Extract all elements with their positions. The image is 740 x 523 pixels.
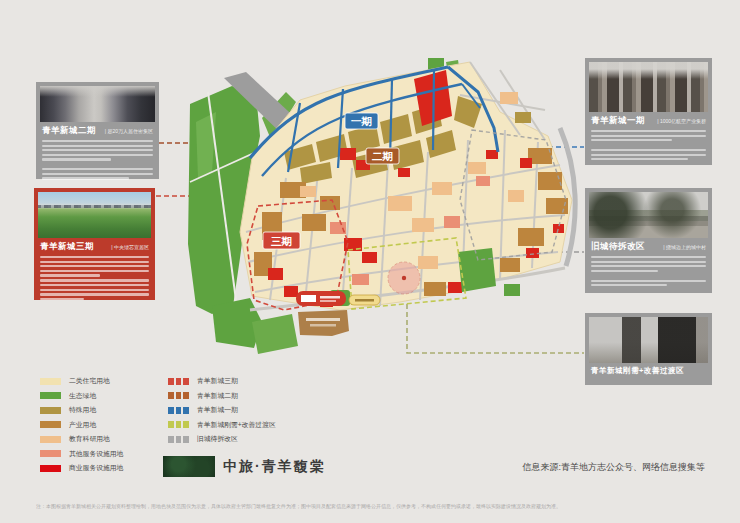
logistics-block bbox=[298, 310, 349, 336]
legend-label: 青羊新城刚需+改善过渡区 bbox=[197, 420, 276, 430]
connector-transition bbox=[407, 296, 584, 353]
legend-dash-transition bbox=[168, 421, 189, 428]
callout-phase3-body bbox=[38, 254, 151, 300]
legend-dash-oldtown bbox=[168, 436, 189, 443]
callout-phase2: 青羊新城二期 | 超20万人居住密集区 bbox=[36, 82, 159, 179]
legend-item: 青羊新城三期 bbox=[168, 374, 276, 389]
photo-phase2 bbox=[40, 86, 155, 122]
callout-oldtown-title: 旧城待拆改区 bbox=[591, 241, 645, 253]
project-logo: 中旅·青羊馥棠 bbox=[163, 456, 326, 477]
legend-label: 特殊用地 bbox=[69, 405, 96, 415]
station-banner bbox=[296, 291, 346, 306]
logo-satellite-thumb bbox=[163, 456, 215, 477]
legend-label: 旧城待拆改区 bbox=[197, 434, 238, 444]
legend-label: 青羊新城三期 bbox=[197, 376, 238, 386]
hq-port-label bbox=[349, 295, 380, 305]
callout-phase3: 青羊新城三期 | 中央绿芯宜居区 bbox=[34, 188, 155, 300]
legend-swatch-education bbox=[40, 436, 61, 443]
poster-canvas: 一期 二期 三期 青羊新城二期 | 超20万人居住密集区 青羊新城三期 | 中央… bbox=[0, 0, 740, 523]
callout-transition: 青羊新城刚需+改善过渡区 bbox=[585, 313, 712, 385]
photo-oldtown bbox=[589, 192, 708, 238]
legend-item: 青羊新城刚需+改善过渡区 bbox=[168, 418, 276, 433]
photo-phase1 bbox=[589, 62, 708, 112]
legend-item: 生态绿地 bbox=[40, 389, 123, 404]
project-highlight-circle bbox=[388, 262, 420, 294]
legend-dash-phase2 bbox=[168, 392, 189, 399]
legend-dash-phase1 bbox=[168, 407, 189, 414]
legend-swatch-services bbox=[40, 450, 61, 457]
callout-phase1-body bbox=[589, 128, 708, 160]
map-label-phase2-group: 二期 bbox=[366, 148, 399, 164]
logo-text: 中旅·青羊馥棠 bbox=[223, 458, 326, 476]
map-label-phase3: 三期 bbox=[271, 235, 292, 247]
callout-phase1-subtitle: | 1000亿航空产业集群 bbox=[657, 118, 706, 124]
map-label-phase1: 一期 bbox=[351, 115, 372, 127]
callout-phase2-title: 青羊新城二期 bbox=[42, 125, 96, 137]
legend-label: 青羊新城二期 bbox=[197, 391, 238, 401]
callout-phase1-title: 青羊新城一期 bbox=[591, 115, 645, 127]
legend-swatch-industry bbox=[40, 421, 61, 428]
callout-phase3-subtitle: | 中央绿芯宜居区 bbox=[111, 244, 149, 250]
map-label-phase1-group: 一期 bbox=[345, 113, 378, 129]
legend-item: 商业服务设施用地 bbox=[40, 461, 123, 476]
photo-phase3 bbox=[38, 192, 151, 238]
legend-land-use: 二类住宅用地 生态绿地 特殊用地 产业用地 教育科研用地 其他服务设施用地 商业… bbox=[40, 374, 123, 476]
callout-phase1: 青羊新城一期 | 1000亿航空产业集群 bbox=[585, 58, 712, 165]
legend-item: 产业用地 bbox=[40, 418, 123, 433]
callout-transition-title: 青羊新城刚需+改善过渡区 bbox=[591, 366, 684, 376]
photo-transition bbox=[589, 317, 708, 363]
legend-item: 旧城待拆改区 bbox=[168, 432, 276, 447]
callout-phase2-subtitle: | 超20万人居住密集区 bbox=[105, 128, 153, 134]
map-label-phase3-group: 三期 bbox=[263, 232, 300, 249]
source-note: 信息来源:青羊地方志公众号、网络信息搜集等 bbox=[522, 461, 705, 474]
map-label-phase2: 二期 bbox=[372, 150, 393, 162]
legend-item: 特殊用地 bbox=[40, 403, 123, 418]
legend-item: 教育科研用地 bbox=[40, 432, 123, 447]
callout-phase2-body bbox=[40, 138, 155, 180]
legend-swatch-green bbox=[40, 392, 61, 399]
legend-dash-phase3 bbox=[168, 378, 189, 385]
legend-item: 青羊新城一期 bbox=[168, 403, 276, 418]
callout-oldtown-subtitle: | 绕城边上的城中村 bbox=[663, 244, 706, 250]
legend-swatch-commercial bbox=[40, 465, 61, 472]
legend-item: 其他服务设施用地 bbox=[40, 447, 123, 462]
legend-swatch-residential bbox=[40, 378, 61, 385]
legend-label: 其他服务设施用地 bbox=[69, 449, 123, 459]
legend-label: 青羊新城一期 bbox=[197, 405, 238, 415]
legend-swatch-special bbox=[40, 407, 61, 414]
legend-label: 二类住宅用地 bbox=[69, 376, 110, 386]
legend-item: 青羊新城二期 bbox=[168, 389, 276, 404]
legend-zones: 青羊新城三期 青羊新城二期 青羊新城一期 青羊新城刚需+改善过渡区 旧城待拆改区 bbox=[168, 374, 276, 447]
callout-oldtown-body bbox=[589, 254, 708, 286]
legend-label: 产业用地 bbox=[69, 420, 96, 430]
callout-oldtown: 旧城待拆改区 | 绕城边上的城中村 bbox=[585, 188, 712, 293]
legend-item: 二类住宅用地 bbox=[40, 374, 123, 389]
legend-label: 生态绿地 bbox=[69, 391, 96, 401]
fine-print: 注：本图根据青羊新城相关公开规划资料整理绘制，用地色块及范围仅为示意，具体以政府… bbox=[36, 503, 704, 509]
legend-label: 教育科研用地 bbox=[69, 434, 110, 444]
legend-label: 商业服务设施用地 bbox=[69, 463, 123, 473]
callout-phase3-title: 青羊新城三期 bbox=[40, 241, 94, 253]
